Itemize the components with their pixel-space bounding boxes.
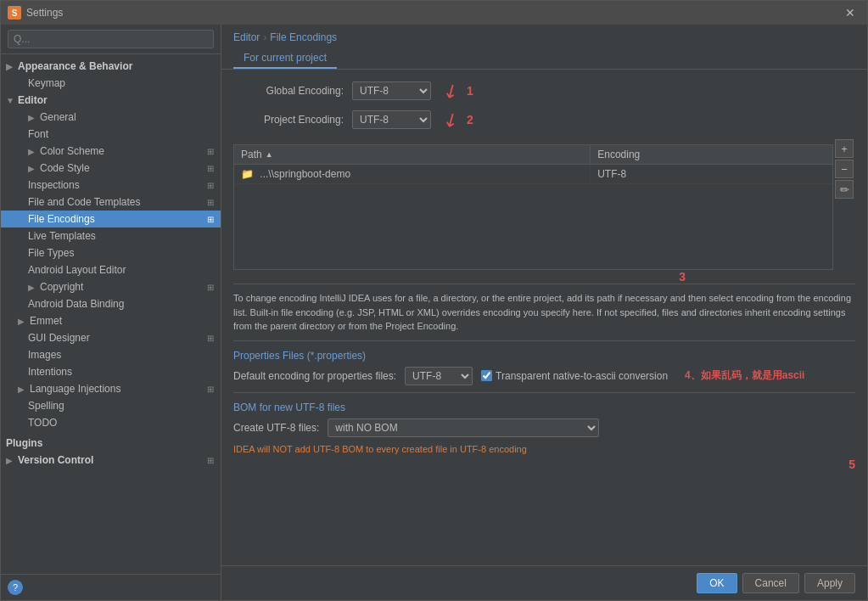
badge-icon: ⊞ [207,147,214,156]
sidebar-item-label: File and Code Templates [28,196,141,208]
sidebar-item-label: Plugins [6,437,42,449]
sidebar-item-file-code-templates[interactable]: File and Code Templates ⊞ [1,194,221,211]
annotation-5: 5 [848,458,855,471]
sidebar-item-label: Editor [18,94,48,106]
create-utf8-select[interactable]: with NO BOM with BOM with BOM if Windows… [328,418,599,437]
edit-row-button[interactable]: ✏ [835,180,854,199]
properties-section-label: Properties Files (*.properties) [233,350,855,362]
add-row-button[interactable]: + [835,139,854,158]
breadcrumb-separator: › [263,31,266,43]
col-encoding-label: Encoding [597,149,640,160]
chevron-right-icon: ▶ [28,113,36,122]
sidebar-item-keymap[interactable]: Keymap [1,75,221,92]
project-encoding-row: Project Encoding: UTF-8 UTF-16 ISO-8859-… [233,109,855,131]
project-encoding-select[interactable]: UTF-8 UTF-16 ISO-8859-1 ASCII [352,110,431,129]
main-header: Editor › File Encodings For current proj… [221,25,867,70]
global-encoding-select[interactable]: UTF-8 UTF-16 ISO-8859-1 ASCII [352,81,431,100]
chinese-annotation-4: 4、如果乱码，就是用ascii [685,368,804,383]
table-row[interactable]: 📁 ...\\springboot-demo UTF-8 [234,165,832,184]
main-content: ▶ Appearance & Behavior Keymap ▼ Editor … [1,25,867,600]
chevron-right-icon: ▶ [6,62,14,71]
col-path: Path ▲ [234,145,591,164]
sidebar-item-live-templates[interactable]: Live Templates [1,227,221,244]
sidebar: ▶ Appearance & Behavior Keymap ▼ Editor … [1,25,221,600]
sidebar-item-code-style[interactable]: ▶ Code Style ⊞ [1,160,221,177]
sidebar-item-gui-designer[interactable]: GUI Designer ⊞ [1,329,221,346]
global-encoding-label: Global Encoding: [233,85,344,97]
encoding-cell: UTF-8 [591,165,832,183]
sidebar-item-spelling[interactable]: Spelling [1,397,221,414]
annotation-3: 3 [679,270,686,284]
sidebar-item-copyright[interactable]: ▶ Copyright ⊞ [1,278,221,295]
badge-icon: ⊞ [207,385,214,394]
sidebar-item-label: Version Control [18,454,93,466]
sidebar-item-file-types[interactable]: File Types [1,244,221,261]
main-panel: Editor › File Encodings For current proj… [221,25,867,600]
sidebar-item-emmet[interactable]: ▶ Emmet [1,312,221,329]
default-encoding-row: Default encoding for properties files: U… [233,367,855,385]
project-encoding-label: Project Encoding: [233,114,344,126]
breadcrumb-current: File Encodings [270,31,337,43]
ok-button[interactable]: OK [697,573,736,593]
sidebar-item-android-data[interactable]: Android Data Binding [1,295,221,312]
sidebar-item-android-layout[interactable]: Android Layout Editor [1,261,221,278]
sidebar-item-label: File Encodings [28,213,95,225]
arrow2-icon: ↙ [439,106,463,133]
cancel-button[interactable]: Cancel [742,573,799,593]
sidebar-item-label: Code Style [40,162,90,174]
sidebar-item-intentions[interactable]: Intentions [1,363,221,380]
annotation-2: 2 [467,113,473,126]
sort-icon: ▲ [266,150,273,159]
table-area: Path ▲ Encoding 📁 ...\\spring [233,144,833,270]
search-input[interactable] [8,30,214,48]
col-path-label: Path [241,149,262,160]
title-bar: S Settings ✕ [1,1,867,25]
sidebar-item-todo[interactable]: TODO [1,414,221,431]
encoding-table: Path ▲ Encoding 📁 ...\\spring [233,138,833,277]
default-encoding-select[interactable]: UTF-8 ASCII UTF-16 [405,367,473,385]
global-encoding-row: Global Encoding: UTF-8 UTF-16 ISO-8859-1… [233,80,855,102]
path-value: ...\\springboot-demo [260,168,350,180]
bom-info-text: IDEA will NOT add UTF-8 BOM to every cre… [233,444,855,454]
chevron-right-icon: ▶ [28,283,36,292]
encoding-table-wrapper: Path ▲ Encoding 📁 ...\\spring [233,138,855,277]
main-body: Global Encoding: UTF-8 UTF-16 ISO-8859-1… [221,70,867,565]
badge-icon: ⊞ [207,334,214,343]
sidebar-item-inspections[interactable]: Inspections ⊞ [1,177,221,194]
remove-row-button[interactable]: − [835,160,854,178]
annotation-1: 1 [467,84,473,98]
sidebar-item-editor[interactable]: ▼ Editor [1,92,221,109]
sidebar-item-appearance[interactable]: ▶ Appearance & Behavior [1,58,221,75]
sidebar-item-label: Emmet [30,315,62,327]
help-button[interactable]: ? [8,580,23,595]
breadcrumb: Editor › File Encodings [233,31,855,43]
bom-section: BOM for new UTF-8 files Create UTF-8 fil… [233,402,855,454]
sidebar-item-version-control[interactable]: ▶ Version Control ⊞ [1,452,221,469]
sidebar-item-color-scheme[interactable]: ▶ Color Scheme ⊞ [1,143,221,160]
close-button[interactable]: ✕ [840,4,860,21]
sidebar-item-images[interactable]: Images [1,346,221,363]
badge-icon: ⊞ [207,283,214,292]
info-section: To change encoding IntelliJ IDEA uses fo… [233,284,855,334]
sidebar-item-label: Android Layout Editor [28,264,126,276]
sidebar-item-label: Intentions [28,366,72,378]
annotation-5-area: 5 [233,458,855,471]
sidebar-item-font[interactable]: Font [1,126,221,143]
sidebar-item-label: Spelling [28,400,64,412]
sidebar-item-label: Copyright [40,281,83,293]
encoding-value: UTF-8 [597,168,626,180]
chevron-right-icon: ▶ [28,147,36,156]
search-box [1,25,221,54]
sidebar-item-plugins[interactable]: Plugins [1,435,221,452]
sidebar-item-lang-injections[interactable]: ▶ Language Injections ⊞ [1,380,221,397]
transparent-checkbox-label[interactable]: Transparent native-to-ascii conversion [481,370,668,382]
tab-for-current-project[interactable]: For current project [233,48,337,69]
transparent-checkbox[interactable] [481,370,492,381]
default-encoding-label: Default encoding for properties files: [233,370,396,382]
sidebar-item-label: Font [28,128,48,140]
sidebar-item-file-encodings[interactable]: File Encodings ⊞ [1,211,221,227]
sidebar-tree: ▶ Appearance & Behavior Keymap ▼ Editor … [1,54,221,574]
sidebar-item-general[interactable]: ▶ General [1,109,221,126]
create-utf8-row: Create UTF-8 files: with NO BOM with BOM… [233,418,855,437]
apply-button[interactable]: Apply [804,573,855,593]
